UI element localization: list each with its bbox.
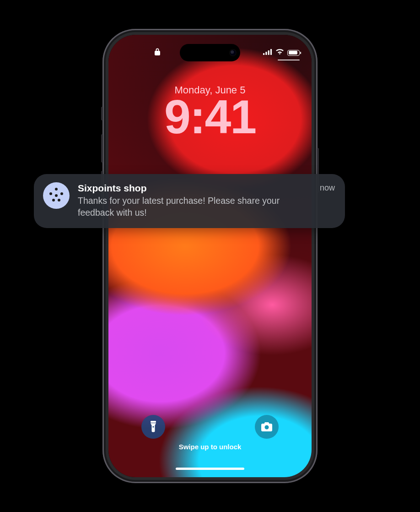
sixpoints-app-icon: [43, 182, 70, 209]
notification-timestamp: now: [320, 183, 335, 193]
lockscreen-time: 9:41: [108, 90, 312, 144]
screen: Monday, June 5 9:41 Swipe up to unlock: [108, 35, 312, 477]
cellular-signal-icon: [263, 49, 272, 57]
phone-frame: Monday, June 5 9:41 Swipe up to unlock: [102, 29, 318, 483]
notification-app-name: Sixpoints shop: [78, 183, 312, 194]
camera-button[interactable]: [255, 415, 279, 439]
flashlight-button[interactable]: [141, 415, 165, 439]
mute-switch[interactable]: [101, 107, 103, 120]
svg-point-5: [152, 426, 154, 427]
svg-rect-2: [268, 50, 269, 55]
battery-icon: [287, 50, 300, 56]
volume-up-button[interactable]: [101, 134, 103, 163]
home-indicator[interactable]: [176, 468, 244, 470]
notification-message: Thanks for your latest purchase! Please …: [78, 195, 312, 219]
svg-rect-1: [265, 52, 267, 55]
wifi-icon: [275, 49, 284, 57]
svg-rect-0: [263, 53, 264, 55]
dynamic-island[interactable]: [180, 44, 240, 61]
lock-icon: [154, 48, 161, 58]
notification-banner[interactable]: Sixpoints shop Thanks for your latest pu…: [34, 174, 345, 228]
swipe-up-hint: Swipe up to unlock: [108, 443, 312, 451]
svg-rect-4: [151, 421, 156, 423]
front-camera-icon: [230, 50, 236, 55]
svg-rect-3: [270, 49, 272, 55]
